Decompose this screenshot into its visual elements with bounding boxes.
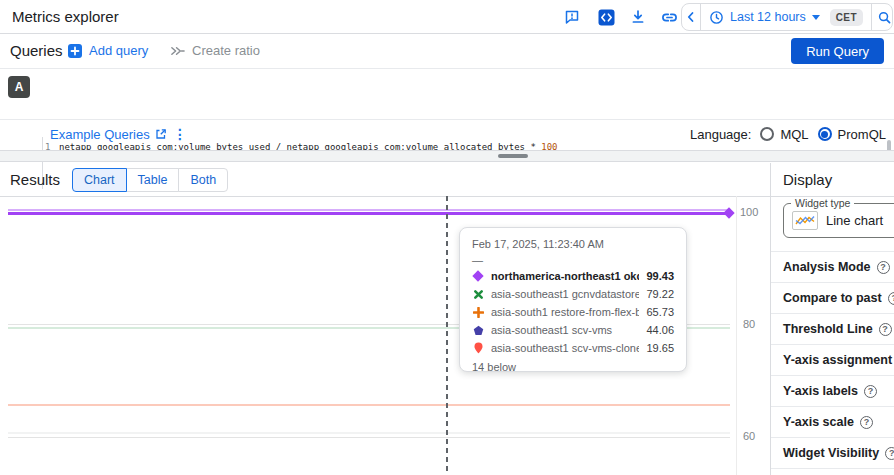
radio-unchecked-icon <box>760 127 774 141</box>
radio-checked-icon <box>818 127 832 141</box>
tooltip-overflow-note: 14 below <box>472 361 674 373</box>
row-label: Y-axis labels <box>783 384 858 398</box>
query-letter-badge: A <box>8 76 30 98</box>
tooltip-dash: — <box>472 254 674 267</box>
chart-tooltip: Feb 17, 2025, 11:23:40 AM — northamerica… <box>459 227 687 372</box>
time-zoom-icon[interactable] <box>872 4 894 30</box>
row-analysis-mode[interactable]: Analysis Mode ? <box>771 252 894 283</box>
tooltip-row: northamerica-northeast1 okdata 99.43 <box>472 267 674 285</box>
time-range-label: Last 12 hours <box>730 10 806 24</box>
share-link-icon[interactable] <box>659 7 679 27</box>
time-range-dropdown[interactable]: Last 12 hours <box>701 4 828 30</box>
timezone-badge: CET <box>830 9 863 26</box>
download-icon[interactable] <box>628 7 648 27</box>
example-queries-label: Example Queries <box>50 127 150 142</box>
help-icon[interactable]: ? <box>860 416 873 429</box>
tooltip-row: asia-southeast1 scv-vms 44.06 <box>472 321 674 339</box>
x-marker-icon <box>472 289 484 300</box>
plus-icon <box>68 44 82 58</box>
pentagon-marker-icon <box>472 325 484 336</box>
example-queries-link[interactable]: Example Queries <box>50 118 167 150</box>
series-name: northamerica-northeast1 okdata <box>491 270 639 282</box>
series-line-faint <box>8 432 730 434</box>
row-threshold-line[interactable]: Threshold Line ? <box>771 314 894 345</box>
query-editor[interactable]: 1 netapp_googleapis_com:volume_bytes_use… <box>0 68 894 120</box>
hover-crosshair <box>446 196 448 475</box>
series-value: 65.73 <box>646 306 674 318</box>
series-name: asia-south1 restore-from-flex-bkp-data <box>491 306 639 318</box>
y-tick-80: 80 <box>743 318 755 330</box>
time-back-button[interactable] <box>682 4 700 30</box>
caret-down-icon <box>812 15 820 20</box>
row-label: Analysis Mode <box>783 260 871 274</box>
widget-type-select[interactable]: Widget type Line chart <box>783 203 894 238</box>
results-view-switch: Chart Table Both <box>72 168 228 192</box>
tab-table[interactable]: Table <box>126 168 180 192</box>
series-value: 44.06 <box>646 324 674 336</box>
radio-promql-label: PromQL <box>838 127 886 142</box>
clock-icon <box>709 10 724 25</box>
help-icon[interactable]: ? <box>888 292 894 305</box>
add-query-button[interactable]: Add query <box>68 33 148 68</box>
series-name: asia-southeast1 gcnvdatastore1 <box>491 288 639 300</box>
row-label: Widget Visibility <box>783 446 879 460</box>
time-range-selector: Last 12 hours CET <box>681 3 893 31</box>
line-chart-icon <box>792 211 818 230</box>
plot-right-edge <box>736 196 737 475</box>
create-ratio-icon <box>170 44 185 58</box>
row-label: Y-axis assignment <box>783 353 892 367</box>
series-value: 79.22 <box>646 288 674 300</box>
header-bar: Metrics explorer Last 12 hours <box>0 0 894 34</box>
feedback-icon[interactable] <box>562 7 582 27</box>
diamond-marker-icon <box>472 272 484 280</box>
row-y-axis-scale[interactable]: Y-axis scale ? <box>771 407 894 438</box>
tooltip-row: asia-southeast1 gcnvdatastore1 79.22 <box>472 285 674 303</box>
row-compare-to-past[interactable]: Compare to past ? <box>771 283 894 314</box>
row-y-axis-labels[interactable]: Y-axis labels ? <box>771 376 894 407</box>
help-icon[interactable]: ? <box>879 323 892 336</box>
language-switch: Language: MQL PromQL <box>690 118 886 150</box>
external-link-icon <box>155 128 167 140</box>
series-name: asia-southeast1 scv-vms <box>491 324 639 336</box>
tooltip-row: asia-southeast1 scv-vms-clone1 19.65 <box>472 339 674 357</box>
resizer-handle[interactable] <box>498 154 528 158</box>
plus-marker-icon <box>472 307 484 318</box>
kebab-menu-icon[interactable]: ⋮ <box>172 118 188 150</box>
display-panel-rows: Analysis Mode ? Compare to past ? Thresh… <box>771 251 894 469</box>
tab-both[interactable]: Both <box>178 168 228 192</box>
radio-option-mql[interactable]: MQL <box>760 127 808 142</box>
series-name: asia-southeast1 scv-vms-clone1 <box>491 342 639 354</box>
row-label: Threshold Line <box>783 322 873 336</box>
code-editor-icon[interactable] <box>596 7 616 27</box>
series-value: 19.65 <box>646 342 674 354</box>
row-y-axis-assignment[interactable]: Y-axis assignment ? <box>771 345 894 376</box>
row-label: Compare to past <box>783 291 882 305</box>
series-line-orange-faint <box>8 404 730 406</box>
add-query-label: Add query <box>89 43 148 58</box>
create-ratio-button: Create ratio <box>170 33 260 68</box>
widget-type-legend: Widget type <box>791 197 854 209</box>
tooltip-row: asia-south1 restore-from-flex-bkp-data 6… <box>472 303 674 321</box>
create-ratio-label: Create ratio <box>192 43 260 58</box>
results-section-title: Results <box>10 163 60 196</box>
run-query-button[interactable]: Run Query <box>791 38 884 64</box>
widget-type-value: Line chart <box>826 213 883 228</box>
gridline-60 <box>8 437 730 438</box>
pin-marker-icon <box>472 342 484 354</box>
tooltip-timestamp: Feb 17, 2025, 11:23:40 AM <box>472 237 674 251</box>
series-line-highlighted[interactable] <box>8 212 728 215</box>
series-value: 99.43 <box>646 270 674 282</box>
pane-resizer[interactable] <box>0 150 894 162</box>
help-icon[interactable]: ? <box>877 261 890 274</box>
display-panel-title: Display <box>783 163 832 196</box>
row-widget-visibility[interactable]: Widget Visibility ? <box>771 438 894 469</box>
language-label: Language: <box>690 127 751 142</box>
help-icon[interactable]: ? <box>864 385 877 398</box>
radio-option-promql[interactable]: PromQL <box>818 127 886 142</box>
row-label: Y-axis scale <box>783 415 854 429</box>
y-tick-60: 60 <box>743 430 755 442</box>
page-title: Metrics explorer <box>12 0 119 33</box>
help-icon[interactable]: ? <box>885 447 894 460</box>
tab-chart[interactable]: Chart <box>72 168 127 192</box>
metrics-explorer-app: Metrics explorer Last 12 hours <box>0 0 894 475</box>
